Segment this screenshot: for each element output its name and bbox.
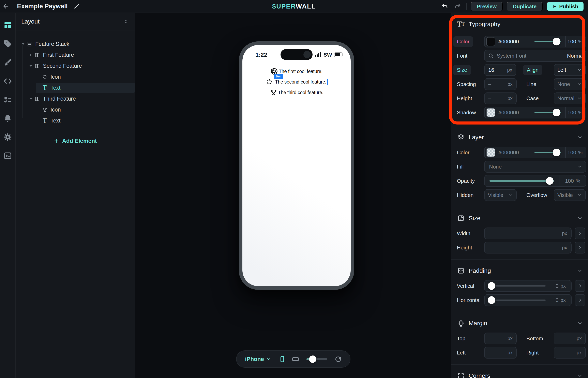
height-input[interactable]: –px — [484, 242, 572, 254]
chevron-down-icon[interactable] — [577, 373, 583, 378]
line-select[interactable]: None — [554, 78, 586, 90]
slider-handle[interactable] — [488, 282, 495, 290]
overflow-select[interactable]: Visible — [554, 189, 586, 201]
caret-down-icon[interactable] — [28, 96, 33, 101]
letter-spacing-input[interactable]: –px — [484, 78, 517, 90]
shadow-swatch[interactable] — [486, 108, 495, 117]
caret-down-icon[interactable] — [20, 41, 26, 47]
rail-item-theme[interactable] — [0, 53, 15, 72]
refresh-button[interactable] — [335, 356, 341, 363]
undo-button[interactable] — [440, 2, 449, 11]
rail-item-console[interactable] — [0, 147, 15, 165]
font-size-input[interactable]: 16px — [484, 64, 516, 76]
feature-row-selected[interactable]: Text The second cool feature. — [265, 77, 328, 87]
tree-row-text[interactable]: T Text — [16, 115, 135, 126]
shadow-hex[interactable]: #000000 — [498, 109, 519, 116]
shadow-opacity-slider[interactable] — [535, 112, 561, 113]
color-swatch[interactable] — [486, 37, 495, 46]
margin-bottom-input[interactable]: –px — [554, 333, 586, 344]
width-input[interactable]: –px — [484, 228, 572, 239]
edit-title-button[interactable] — [72, 2, 81, 11]
caret-down-icon[interactable] — [28, 63, 33, 68]
slider-handle[interactable] — [488, 296, 495, 304]
margin-right-input[interactable]: –px — [554, 347, 586, 359]
horizontal-padding-slider[interactable] — [489, 299, 546, 301]
shadow-opacity-value[interactable]: 100 — [567, 109, 576, 116]
layer-color-swatch[interactable] — [486, 148, 495, 157]
rail-item-settings[interactable] — [0, 128, 15, 147]
chevron-down-icon[interactable] — [577, 268, 583, 274]
sort-button[interactable] — [123, 19, 129, 24]
portrait-toggle[interactable] — [279, 356, 286, 363]
slider-handle[interactable] — [553, 38, 561, 45]
margin-header[interactable]: Margin — [457, 318, 586, 329]
margin-left-input[interactable]: –px — [484, 347, 517, 359]
zoom-slider-handle[interactable] — [309, 355, 316, 363]
landscape-toggle[interactable] — [292, 355, 299, 363]
opacity-value[interactable]: 100 — [567, 39, 576, 45]
rail-item-layout[interactable] — [0, 16, 15, 34]
back-button[interactable] — [0, 0, 12, 13]
horizontal-padding-value[interactable]: 0 — [556, 297, 558, 303]
slider-handle[interactable] — [546, 177, 554, 185]
horizontal-options-button[interactable] — [575, 294, 585, 306]
size-header[interactable]: Size — [457, 213, 586, 224]
layer-color-opacity-value[interactable]: 100 — [567, 149, 576, 156]
typography-header[interactable]: TT Typography — [457, 19, 586, 30]
case-select[interactable]: Normal — [554, 93, 586, 104]
color-opacity-slider[interactable] — [535, 41, 561, 42]
slider-handle[interactable] — [553, 149, 561, 156]
align-chip[interactable]: Align — [523, 65, 542, 75]
tree-row-second-feature[interactable]: Second Feature — [16, 60, 135, 71]
margin-top-input[interactable]: –px — [484, 333, 517, 344]
height-options-button[interactable] — [575, 242, 585, 254]
feature-row[interactable]: The third cool feature. — [270, 87, 324, 98]
rail-item-products[interactable] — [0, 34, 15, 53]
align-select[interactable]: Left — [554, 64, 586, 76]
chevron-down-icon — [577, 192, 582, 198]
padding-header[interactable]: Padding — [457, 265, 586, 276]
opacity-slider[interactable] — [489, 180, 554, 182]
corners-header[interactable]: Corners — [457, 370, 586, 378]
width-options-button[interactable] — [575, 228, 585, 239]
chevron-down-icon[interactable] — [577, 215, 583, 221]
preview-button[interactable]: Preview — [471, 2, 503, 11]
color-hex[interactable]: #000000 — [498, 39, 519, 45]
canvas-selection-outline[interactable]: Text The second cool feature. — [274, 79, 328, 85]
slider-handle[interactable] — [553, 109, 561, 116]
bottom-label: Bottom — [517, 336, 554, 342]
chevron-down-icon[interactable] — [577, 320, 583, 326]
rail-item-variables[interactable] — [0, 90, 15, 109]
font-weight-select[interactable]: Normal — [565, 50, 586, 61]
redo-button[interactable] — [453, 2, 462, 11]
tree-row-feature-stack[interactable]: Feature Stack — [16, 39, 135, 50]
tree-row-third-feature[interactable]: Third Feature — [16, 93, 135, 104]
add-element-button[interactable]: Add Element — [16, 132, 135, 150]
zoom-slider[interactable] — [306, 358, 327, 360]
tree-row-icon[interactable]: Icon — [16, 71, 135, 82]
duplicate-button[interactable]: Duplicate — [507, 2, 543, 11]
opacity-value[interactable]: 100 — [565, 178, 574, 184]
fill-select[interactable]: None — [484, 161, 586, 173]
typography-color-chip[interactable]: Color — [453, 36, 473, 47]
font-search-input[interactable]: System Font — [485, 50, 565, 61]
vertical-options-button[interactable] — [575, 280, 585, 292]
line-height-input[interactable]: –px — [484, 93, 517, 104]
rail-item-notifications[interactable] — [0, 109, 15, 128]
device-select[interactable]: iPhone — [245, 356, 264, 362]
tree-row-text-selected[interactable]: T Text — [16, 82, 135, 93]
tree-row-icon[interactable]: Icon — [16, 104, 135, 115]
tree-row-first-feature[interactable]: First Feature — [16, 50, 135, 60]
hidden-select[interactable]: Visible — [484, 189, 517, 201]
size-chip[interactable]: Size — [453, 65, 471, 75]
rail-item-code[interactable] — [0, 72, 15, 90]
layer-header[interactable]: Layer — [457, 132, 586, 143]
chevron-down-icon[interactable] — [577, 134, 583, 140]
vertical-padding-value[interactable]: 0 — [556, 283, 558, 289]
publish-button[interactable]: Publish — [547, 2, 584, 11]
layer-color-opacity-slider[interactable] — [535, 152, 561, 153]
vertical-padding-slider[interactable] — [489, 285, 546, 286]
layer-color-hex[interactable]: #000000 — [498, 149, 519, 156]
caret-right-icon[interactable] — [28, 52, 33, 58]
chevron-down-icon[interactable] — [266, 356, 271, 362]
